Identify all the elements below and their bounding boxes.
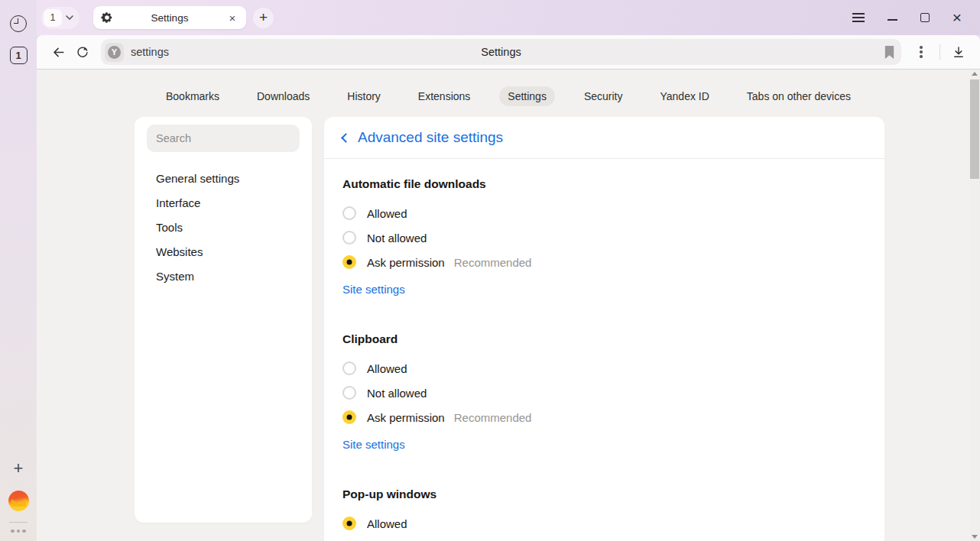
- panels: General settings Interface Tools Website…: [37, 117, 980, 541]
- tab-close-icon[interactable]: ×: [226, 11, 239, 24]
- radio-icon[interactable]: [342, 255, 356, 269]
- nav-downloads[interactable]: Downloads: [248, 86, 318, 106]
- sidebar-item-tools[interactable]: Tools: [147, 215, 300, 239]
- radio-icon[interactable]: [342, 386, 356, 400]
- radio-icon[interactable]: [342, 231, 356, 245]
- radio-option-not-allowed[interactable]: Not allowed Recommended: [342, 536, 866, 541]
- radio-label: Ask permission: [367, 411, 445, 424]
- url-text: settings: [131, 46, 169, 58]
- section-title: Clipboard: [342, 332, 866, 346]
- tab-counter-button[interactable]: 1: [10, 47, 28, 64]
- radio-icon[interactable]: [342, 206, 356, 220]
- toolbar: Y settings Settings: [37, 35, 980, 69]
- back-chevron-icon[interactable]: [341, 133, 351, 143]
- radio-option-not-allowed[interactable]: Not allowed: [342, 225, 866, 250]
- radio-label: Not allowed: [367, 387, 427, 400]
- tab-group-chip[interactable]: 1: [41, 7, 80, 29]
- bookmark-icon[interactable]: [884, 46, 895, 59]
- reload-icon: [76, 45, 89, 59]
- sidebar-item-general-settings[interactable]: General settings: [147, 166, 300, 190]
- nav-settings[interactable]: Settings: [499, 86, 555, 106]
- search-input[interactable]: [147, 125, 300, 152]
- sidebar-list: General settings Interface Tools Website…: [147, 166, 300, 288]
- download-icon: [952, 45, 965, 59]
- radio-option-not-allowed[interactable]: Not allowed: [342, 381, 866, 405]
- nav-history[interactable]: History: [339, 86, 389, 106]
- sidebar-item-interface[interactable]: Interface: [147, 190, 300, 215]
- section-title: Pop-up windows: [342, 488, 866, 501]
- section-popup-windows: Pop-up windows Allowed Not allowed Recom…: [342, 488, 866, 541]
- advanced-site-settings-card: Advanced site settings Automatic file do…: [324, 117, 884, 541]
- nav-tabs-other-devices[interactable]: Tabs on other devices: [738, 86, 859, 106]
- tab-group-count-badge: 1: [44, 9, 62, 27]
- back-button[interactable]: [46, 40, 70, 64]
- settings-page: Bookmarks Downloads History Extensions S…: [37, 69, 980, 541]
- radio-option-ask-permission[interactable]: Ask permission Recommended: [342, 405, 866, 429]
- tab-strip: 1 Settings × + ×: [37, 0, 980, 35]
- radio-option-allowed[interactable]: Allowed: [342, 201, 866, 225]
- radio-icon[interactable]: [342, 361, 356, 375]
- settings-sections: Automatic file downloads Allowed Not all…: [324, 159, 884, 541]
- radio-label: Ask permission: [367, 256, 445, 269]
- reload-button[interactable]: [70, 40, 95, 64]
- history-clock-icon[interactable]: [10, 15, 27, 32]
- page-title[interactable]: Advanced site settings: [358, 129, 503, 146]
- nav-security[interactable]: Security: [576, 86, 631, 106]
- radio-label: Allowed: [367, 517, 407, 530]
- radio-icon[interactable]: [342, 410, 356, 424]
- scroll-up-arrow-icon[interactable]: [972, 72, 978, 76]
- browser-window: 1 + 1 Settings × +: [0, 0, 980, 541]
- more-options-kebab-icon[interactable]: [909, 46, 933, 57]
- section-clipboard: Clipboard Allowed Not allowed: [342, 332, 866, 452]
- scrollbar-thumb[interactable]: [970, 79, 979, 179]
- section-automatic-file-downloads: Automatic file downloads Allowed Not all…: [342, 177, 866, 296]
- nav-extensions[interactable]: Extensions: [410, 86, 479, 106]
- downloads-button[interactable]: [946, 40, 971, 64]
- sidebar-item-websites[interactable]: Websites: [147, 239, 300, 264]
- radio-option-allowed[interactable]: Allowed: [342, 511, 866, 536]
- radio-note: Recommended: [454, 411, 532, 424]
- yandex-app-icon[interactable]: [8, 491, 29, 511]
- close-window-button[interactable]: ×: [952, 11, 962, 24]
- new-tab-button[interactable]: +: [253, 8, 274, 28]
- site-favicon-box: Y: [105, 43, 124, 62]
- settings-sidebar: General settings Interface Tools Website…: [135, 117, 312, 523]
- radio-label: Allowed: [367, 207, 407, 220]
- address-page-title: Settings: [101, 46, 901, 58]
- section-title: Automatic file downloads: [342, 177, 866, 191]
- nav-yandex-id[interactable]: Yandex ID: [651, 86, 717, 106]
- chevron-down-icon: [66, 15, 73, 20]
- advanced-settings-header[interactable]: Advanced site settings: [324, 117, 884, 159]
- settings-nav: Bookmarks Downloads History Extensions S…: [37, 70, 980, 117]
- site-settings-link[interactable]: Site settings: [342, 438, 405, 451]
- radio-label: Not allowed: [367, 232, 427, 245]
- radio-icon[interactable]: [342, 517, 356, 530]
- rail-divider: [9, 522, 28, 523]
- radio-note: Recommended: [454, 256, 532, 269]
- minimize-button[interactable]: [888, 19, 897, 21]
- address-bar[interactable]: Y settings Settings: [101, 39, 901, 65]
- rail-add-icon[interactable]: +: [9, 460, 28, 478]
- sidebar-item-system[interactable]: System: [147, 264, 300, 288]
- radio-label: Allowed: [367, 362, 407, 375]
- maximize-button[interactable]: [920, 13, 930, 22]
- rail-more-icon[interactable]: [11, 530, 26, 533]
- gear-icon: [101, 11, 113, 24]
- back-arrow-icon: [51, 45, 66, 60]
- scroll-down-arrow-icon[interactable]: [972, 535, 978, 539]
- menu-hamburger-icon[interactable]: [852, 13, 865, 22]
- radio-option-ask-permission[interactable]: Ask permission Recommended: [342, 250, 866, 274]
- tab-title: Settings: [113, 12, 226, 24]
- radio-option-allowed[interactable]: Allowed: [342, 356, 866, 381]
- left-rail: 1 +: [0, 0, 37, 541]
- toolbar-separator: [939, 44, 940, 60]
- site-settings-link[interactable]: Site settings: [342, 283, 405, 296]
- yandex-favicon-icon: Y: [108, 46, 121, 59]
- tab-settings[interactable]: Settings ×: [93, 6, 246, 29]
- window-controls: ×: [852, 11, 972, 24]
- scrollbar[interactable]: [969, 70, 980, 541]
- nav-bookmarks[interactable]: Bookmarks: [157, 86, 228, 106]
